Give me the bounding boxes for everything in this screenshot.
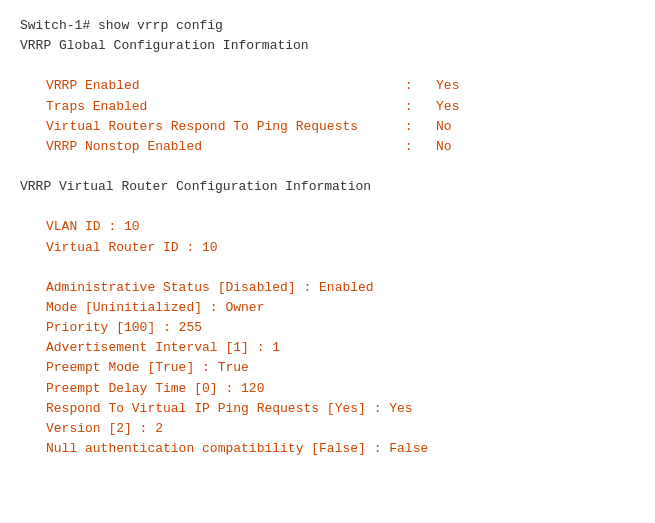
terminal-output: Switch-1# show vrrp config VRRP Global C… (20, 16, 635, 459)
priority: Priority [100] : 255 (20, 318, 635, 338)
nonstop-enabled: VRRP Nonstop Enabled : No (20, 137, 635, 157)
adv-interval: Advertisement Interval [1] : 1 (20, 338, 635, 358)
virtual-router-id: Virtual Router ID : 10 (20, 238, 635, 258)
null-auth: Null authentication compatibility [False… (20, 439, 635, 459)
virtual-routers-ping: Virtual Routers Respond To Ping Requests… (20, 117, 635, 137)
version: Version [2] : 2 (20, 419, 635, 439)
vrrp-enabled: VRRP Enabled : Yes (20, 76, 635, 96)
respond-ping: Respond To Virtual IP Ping Requests [Yes… (20, 399, 635, 419)
preempt-mode: Preempt Mode [True] : True (20, 358, 635, 378)
global-header: VRRP Global Configuration Information (20, 36, 635, 56)
preempt-delay: Preempt Delay Time [0] : 120 (20, 379, 635, 399)
prompt-line: Switch-1# show vrrp config (20, 16, 635, 36)
virtual-header: VRRP Virtual Router Configuration Inform… (20, 177, 635, 197)
traps-enabled: Traps Enabled : Yes (20, 97, 635, 117)
vlan-id: VLAN ID : 10 (20, 217, 635, 237)
mode: Mode [Uninitialized] : Owner (20, 298, 635, 318)
admin-status: Administrative Status [Disabled] : Enabl… (20, 278, 635, 298)
